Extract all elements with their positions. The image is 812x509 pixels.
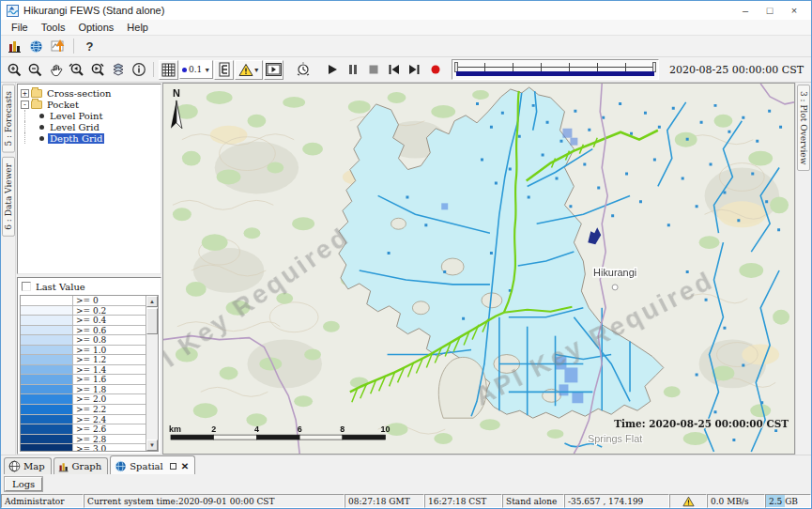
info-icon[interactable] [129,60,148,80]
legend-row[interactable]: >= 0.2 [21,306,146,316]
legend-color-swatch [21,435,73,444]
tree-item-label: Depth Grid [48,133,104,144]
tab-close-icon[interactable]: ✕ [181,461,189,471]
legend-row[interactable]: >= 1.6 [21,375,146,385]
tab-forecasts[interactable]: 5 : Forecasts [2,85,15,153]
timeline-slider[interactable] [452,59,659,80]
timeseries-edit-icon[interactable] [48,37,68,56]
legend-row[interactable]: >= 0.6 [21,326,146,336]
legend-scrollbar[interactable]: ▲ ▼ [146,296,158,451]
collapse-icon[interactable]: - [21,100,29,109]
menu-bar: File Tools Options Help [1,20,811,36]
legend-color-swatch [21,405,73,414]
last-value-checkbox[interactable] [22,282,31,291]
menu-options[interactable]: Options [71,21,120,34]
tab-map[interactable]: Map [4,457,52,474]
logs-row: Logs [1,474,811,494]
legend-row-label: >= 0.4 [73,316,109,325]
legend-color-swatch [21,306,73,316]
globe-spatial-icon[interactable] [26,37,46,56]
legend-row-label: >= 0.2 [73,306,109,316]
legend-row[interactable]: >= 3.0 [21,444,146,451]
help-icon[interactable]: ? [80,37,100,56]
legend-row-label: >= 2.0 [73,394,109,404]
previous-frame-icon[interactable] [384,60,404,80]
timeline-ticks [456,63,654,71]
legend-row[interactable]: >= 1.8 [21,385,146,395]
zoom-previous-icon[interactable] [67,60,86,80]
animation-clock-icon[interactable] [293,60,313,80]
scroll-thumb[interactable] [146,308,158,334]
legend-row[interactable]: >= 1.4 [21,365,146,376]
zoom-out-icon[interactable] [25,60,45,80]
legend-row[interactable]: >= 2.2 [21,405,146,415]
legend-row[interactable]: >= 2.4 [21,415,146,425]
status-system-time: Current system time:2020-09-01 00:00 CST [84,494,345,508]
zoom-next-icon[interactable] [87,60,107,80]
tree-item-depth-grid[interactable]: Depth Grid [20,132,159,144]
close-button[interactable]: × [789,5,800,16]
legend-row[interactable]: >= 0 [21,296,146,306]
legend-color-swatch [21,346,73,355]
legend-row-label: >= 1.0 [73,346,109,355]
legend-row-label: >= 2.8 [73,435,109,444]
pan-icon[interactable] [46,60,66,80]
logs-button[interactable]: Logs [5,477,42,491]
tree-item-pocket[interactable]: -Pocket [20,99,159,110]
tab-maximize-icon[interactable] [170,463,176,470]
north-label: N [173,87,180,99]
warning-dropdown-icon[interactable]: ▼ [235,60,263,80]
class-breaks-dropdown[interactable]: 0.1 ▼ [179,60,213,79]
legend-panel: Last Value >= 0>= 0.2>= 0.4>= 0.6>= 0.8>… [17,277,161,455]
menu-help[interactable]: Help [120,21,155,34]
menu-file[interactable]: File [5,21,35,34]
tab-spatial[interactable]: Spatial ✕ [110,455,195,474]
maximize-button[interactable]: □ [764,5,775,16]
movie-export-icon[interactable] [264,60,283,80]
svg-text:2: 2 [211,424,216,434]
tab-spatial-label: Spatial [130,461,163,471]
next-frame-icon[interactable] [405,60,424,80]
stop-icon[interactable] [363,60,383,80]
legend-row-label: >= 0 [73,296,101,305]
tab-map-label: Map [23,461,45,471]
tab-graph[interactable]: Graph [54,457,109,474]
tree-item-level-point[interactable]: Level Point [20,110,159,121]
timeseries-chart-icon[interactable] [5,37,24,56]
tree-item-cross-section[interactable]: +Cross-section [20,87,159,99]
scroll-down-icon[interactable]: ▼ [146,440,158,451]
zoom-in-icon[interactable] [5,60,24,80]
window-title: Hikurangi FEWS (Stand alone) [23,5,740,16]
legend-row[interactable]: >= 0.4 [21,316,146,326]
legend-row[interactable]: >= 1.0 [21,346,146,356]
legend-row[interactable]: >= 2.6 [21,424,146,435]
layers-icon[interactable] [108,60,128,80]
timeline-range-bar [456,71,654,76]
status-warning-icon[interactable] [669,494,707,508]
legend-icon[interactable] [214,60,234,80]
pause-icon[interactable] [343,60,362,80]
expand-icon[interactable]: + [21,89,29,98]
map-canvas[interactable]: API Key Required API Key Required Hikura… [162,83,795,455]
legend-row[interactable]: >= 2.8 [21,435,146,445]
tab-plot-overview[interactable]: 3 : Plot Overview [797,85,810,171]
map-label-springs-flat: Springs Flat [588,433,642,444]
grid-toggle-icon[interactable] [159,60,178,80]
legend-row[interactable]: >= 0.8 [21,335,146,346]
legend-row[interactable]: >= 2.0 [21,394,146,405]
tab-data-viewer[interactable]: 6 : Data Viewer [2,157,15,237]
menu-tools[interactable]: Tools [35,21,72,34]
play-icon[interactable] [322,60,342,80]
legend-color-swatch [21,296,73,305]
legend-color-swatch [21,385,73,394]
legend-row[interactable]: >= 1.2 [21,355,146,365]
scroll-up-icon[interactable]: ▲ [146,296,158,307]
status-bar: Administrator Current system time:2020-0… [1,494,811,508]
minimize-button[interactable]: – [740,5,751,16]
legend-color-swatch [21,316,73,325]
record-icon[interactable] [425,60,445,80]
left-panel: +Cross-section-PocketLevel PointLevel Gr… [16,83,162,455]
tree-item-level-grid[interactable]: Level Grid [20,121,159,132]
title-bar: Hikurangi FEWS (Stand alone) – □ × [1,1,811,20]
legend-row-label: >= 1.2 [73,355,109,364]
